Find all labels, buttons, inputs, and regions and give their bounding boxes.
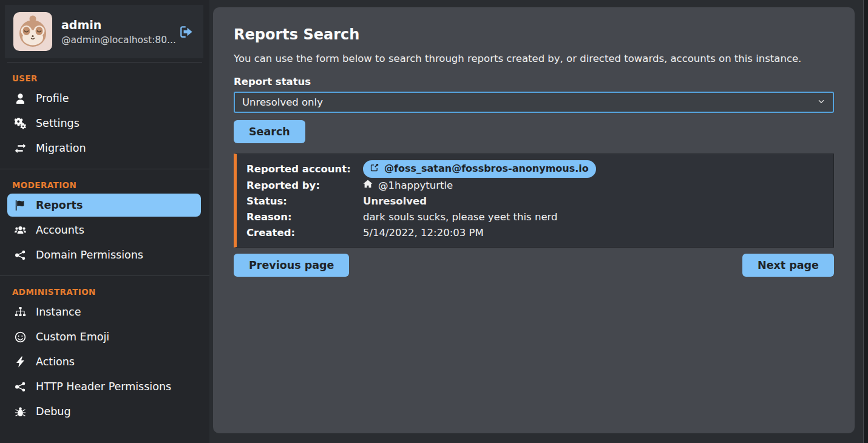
page-description: You can use the form below to search thr… [234, 53, 834, 64]
share-nodes-icon [13, 249, 27, 261]
next-page-button[interactable]: Next page [742, 254, 834, 277]
report-row-label: Reported by: [246, 178, 363, 194]
pagination: Previous page Next page [234, 254, 834, 277]
report-row-label: Created: [246, 225, 363, 241]
bug-icon [13, 406, 27, 418]
sidebar-item-custom-emoji[interactable]: Custom Emoji [7, 325, 201, 348]
report-status-value: Unresolved [363, 194, 824, 209]
users-icon [13, 225, 27, 236]
section-header-user: USER [12, 73, 197, 83]
nav-section-administration: ADMINISTRATION Instance [0, 276, 209, 432]
sign-out-icon [178, 24, 194, 39]
sidebar-item-domain-permissions[interactable]: Domain Permissions [7, 243, 201, 266]
main-area: Reports Search You can use the form belo… [209, 0, 868, 443]
sidebar-nav: USER Profile Settings [0, 63, 209, 432]
page-title: Reports Search [234, 26, 834, 43]
reporter-handle: @1happyturtle [378, 178, 453, 194]
sidebar-item-profile[interactable]: Profile [7, 87, 201, 110]
sidebar: admin @admin@localhost:80... USER Profil… [0, 0, 209, 443]
avatar [13, 12, 52, 51]
sidebar-item-settings[interactable]: Settings [7, 112, 201, 135]
sidebar-item-label: Domain Permissions [36, 249, 143, 261]
sitemap-icon [13, 306, 27, 318]
sidebar-item-reports[interactable]: Reports [7, 194, 201, 217]
nav-section-user: USER Profile Settings [0, 63, 209, 169]
flag-icon [13, 200, 27, 211]
sidebar-item-label: Debug [36, 405, 71, 418]
gears-icon [13, 118, 27, 129]
sidebar-item-label: Profile [36, 92, 69, 104]
report-row-label: Status: [246, 194, 363, 209]
scrollbar-track[interactable] [863, 0, 868, 443]
report-row-label: Reason: [246, 209, 363, 225]
sidebar-item-instance[interactable]: Instance [7, 300, 201, 323]
user-card[interactable]: admin @admin@localhost:80... [5, 5, 203, 58]
sidebar-item-label: Settings [36, 117, 80, 129]
smiley-icon [13, 331, 27, 343]
sidebar-item-accounts[interactable]: Accounts [7, 218, 201, 242]
sidebar-item-label: HTTP Header Permissions [36, 380, 171, 393]
report-status-label: Report status [234, 76, 834, 87]
nav-section-moderation: MODERATION Reports [0, 169, 209, 276]
sidebar-item-debug[interactable]: Debug [7, 400, 201, 423]
sidebar-item-label: Reports [36, 199, 83, 211]
section-header-moderation: MODERATION [12, 180, 197, 190]
report-status-select[interactable]: Unresolved only [234, 92, 834, 113]
external-link-icon [370, 161, 379, 177]
right-left-arrows-icon [13, 143, 27, 154]
reports-search-panel: Reports Search You can use the form belo… [213, 7, 855, 433]
logout-button[interactable] [177, 23, 195, 41]
reported-account-link[interactable]: @foss_satan@fossbros-anonymous.io [363, 160, 596, 178]
user-handle: @admin@localhost:80... [61, 35, 168, 46]
report-created-value: 5/14/2022, 12:20:03 PM [363, 225, 824, 241]
report-card[interactable]: Reported account: @foss_satan@fossbros-a… [234, 154, 834, 248]
report-row-label: Reported account: [246, 161, 363, 177]
section-header-administration: ADMINISTRATION [12, 287, 197, 297]
home-icon [363, 178, 373, 194]
sidebar-item-label: Instance [36, 306, 81, 318]
chevron-down-icon [817, 96, 826, 108]
sidebar-item-label: Custom Emoji [36, 331, 109, 343]
sidebar-item-label: Accounts [36, 224, 84, 236]
sidebar-item-actions[interactable]: Actions [7, 350, 201, 373]
share-nodes-icon [13, 381, 27, 393]
sidebar-item-http-header-permissions[interactable]: HTTP Header Permissions [7, 375, 201, 398]
sidebar-item-label: Actions [36, 356, 75, 368]
sidebar-item-migration[interactable]: Migration [7, 137, 201, 160]
report-reason-value: dark souls sucks, please yeet this nerd [363, 209, 824, 225]
reported-account-handle: @foss_satan@fossbros-anonymous.io [384, 161, 589, 177]
report-status-selected-value: Unresolved only [242, 96, 323, 108]
user-name: admin [61, 18, 168, 32]
bolt-icon [13, 356, 27, 368]
previous-page-button[interactable]: Previous page [234, 254, 349, 277]
sidebar-item-label: Migration [36, 142, 86, 154]
user-icon [13, 93, 27, 104]
search-button[interactable]: Search [234, 120, 305, 143]
